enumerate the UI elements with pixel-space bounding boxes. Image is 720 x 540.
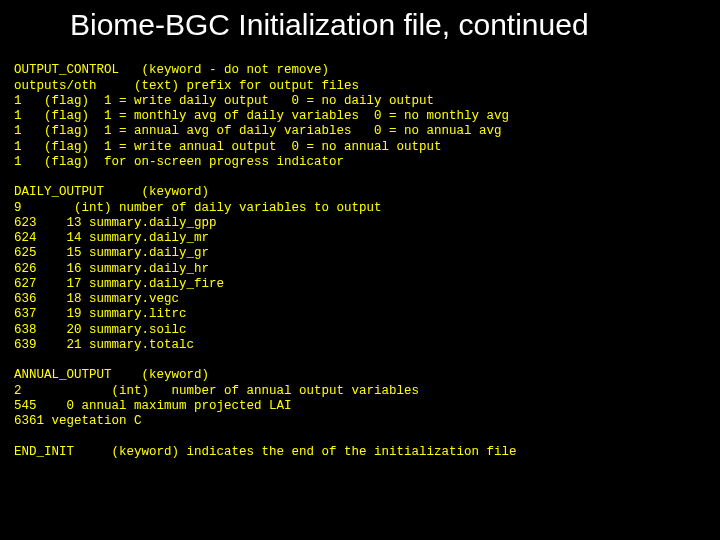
- config-line: 9 (int) number of daily variables to out…: [14, 201, 382, 215]
- slide: Biome-BGC Initialization file, continued…: [0, 0, 720, 540]
- config-line: 637 19 summary.litrc: [14, 307, 187, 321]
- config-line: 1 (flag) 1 = annual avg of daily variabl…: [14, 124, 502, 138]
- config-line: 639 21 summary.totalc: [14, 338, 194, 352]
- output-control-header: OUTPUT_CONTROL (keyword - do not remove): [14, 63, 329, 77]
- annual-output-header: ANNUAL_OUTPUT (keyword): [14, 368, 209, 382]
- config-line: 545 0 annual maximum projected LAI: [14, 399, 292, 413]
- config-line: 6361 vegetation C: [14, 414, 142, 428]
- config-line: 1 (flag) for on-screen progress indicato…: [14, 155, 344, 169]
- config-line: 636 18 summary.vegc: [14, 292, 179, 306]
- slide-body: OUTPUT_CONTROL (keyword - do not remove)…: [0, 48, 720, 460]
- daily-output-header: DAILY_OUTPUT (keyword): [14, 185, 209, 199]
- config-line: 2 (int) number of annual output variable…: [14, 384, 419, 398]
- config-line: 627 17 summary.daily_fire: [14, 277, 224, 291]
- config-line: 623 13 summary.daily_gpp: [14, 216, 217, 230]
- config-line: 1 (flag) 1 = monthly avg of daily variab…: [14, 109, 509, 123]
- config-line: 1 (flag) 1 = write annual output 0 = no …: [14, 140, 442, 154]
- config-line: outputs/oth (text) prefix for output fil…: [14, 79, 359, 93]
- config-line: 624 14 summary.daily_mr: [14, 231, 209, 245]
- end-init-line: END_INIT (keyword) indicates the end of …: [14, 445, 517, 459]
- config-line: 638 20 summary.soilc: [14, 323, 187, 337]
- slide-title: Biome-BGC Initialization file, continued: [0, 0, 720, 48]
- config-line: 625 15 summary.daily_gr: [14, 246, 209, 260]
- config-line: 626 16 summary.daily_hr: [14, 262, 209, 276]
- config-line: 1 (flag) 1 = write daily output 0 = no d…: [14, 94, 434, 108]
